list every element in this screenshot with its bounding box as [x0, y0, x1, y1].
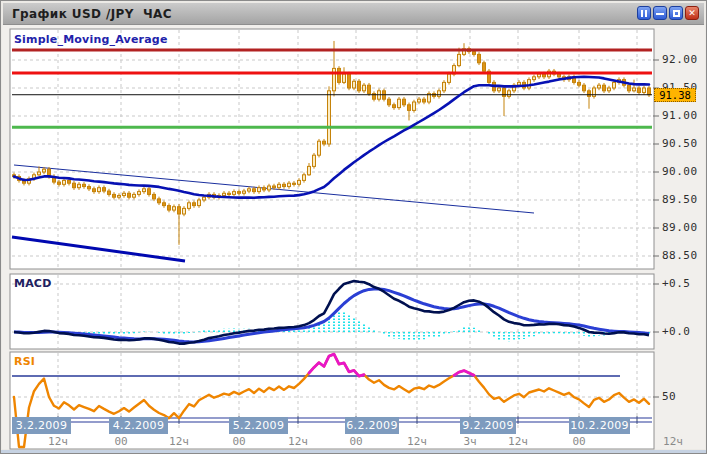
title-bar[interactable]: График USD /JPY ЧАС ✕ [3, 3, 704, 25]
window-title: График USD /JPY ЧАС [3, 7, 172, 21]
minimize-icon [656, 13, 664, 15]
rsi-panel-label: RSI [14, 355, 35, 368]
chart-window: График USD /JPY ЧАС ✕ Simple_Moving_Aver… [0, 0, 707, 454]
price-axis-label: 88.50 [662, 249, 698, 262]
price-axis-label: 89.00 [662, 221, 698, 234]
minimize-button[interactable] [653, 6, 667, 20]
time-label: 12ч [288, 435, 308, 448]
time-label: 00 [114, 435, 127, 448]
date-box: 3.2.2009 [12, 417, 71, 434]
time-label: 00 [572, 435, 585, 448]
rsi-axis-label: 50 [662, 390, 676, 403]
time-label: 12ч [48, 435, 68, 448]
current-price-tag: 91.38 [654, 88, 696, 102]
price-axis-label: 90.50 [662, 137, 698, 150]
time-label: 00 [349, 435, 362, 448]
chart-area: Simple_Moving_Average MACD RSI 92.0091.5… [2, 25, 705, 449]
time-label: 00 [232, 435, 245, 448]
maximize-icon [673, 10, 680, 17]
time-label: 3ч [463, 435, 476, 448]
close-button[interactable]: ✕ [685, 6, 699, 20]
pin-button[interactable] [637, 6, 651, 20]
close-icon: ✕ [688, 9, 696, 18]
date-box: 5.2.2009 [229, 417, 288, 434]
price-axis-label: 91.00 [662, 109, 698, 122]
price-axis-label: 89.50 [662, 193, 698, 206]
date-box: 4.2.2009 [109, 417, 168, 434]
date-box: 6.2.2009 [345, 417, 399, 434]
window-bottom-frame [1, 450, 706, 453]
time-label: 12ч [169, 435, 189, 448]
macd-axis-label: +0.5 [662, 277, 691, 290]
sma-panel-label: Simple_Moving_Average [14, 33, 168, 46]
maximize-button[interactable] [669, 6, 683, 20]
date-box: 10.2.2009 [569, 417, 630, 434]
price-macd-rsi-chart[interactable] [2, 25, 707, 451]
window-controls: ✕ [637, 6, 699, 20]
date-box: 9.2.2009 [460, 417, 516, 434]
macd-panel-label: MACD [14, 277, 51, 290]
price-axis-label: 90.00 [662, 165, 698, 178]
pin-icon [641, 10, 647, 17]
macd-axis-label: +0.0 [662, 325, 691, 338]
time-label: 12ч [508, 435, 528, 448]
time-label: 12ч [407, 435, 427, 448]
price-axis-label: 92.00 [662, 53, 698, 66]
time-label: 12ч [663, 435, 683, 448]
